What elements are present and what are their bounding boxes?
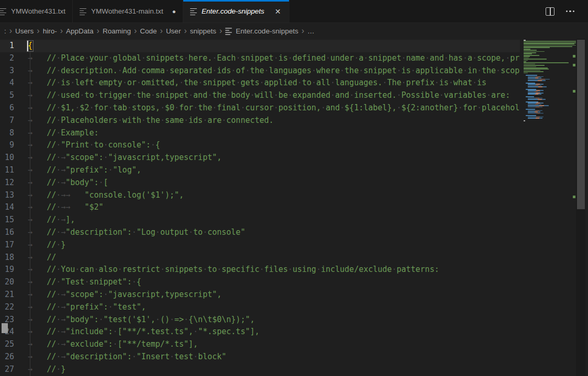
code-line-8[interactable]: 8→ //·Example: bbox=[0, 127, 520, 140]
code-line-2[interactable]: 2→ //·Place·your·global·snippets·here.·E… bbox=[0, 52, 520, 65]
line-number[interactable]: 25 bbox=[0, 338, 14, 351]
code-line-10[interactable]: 10→ //·→"scope":·"javascript,typescript"… bbox=[0, 152, 520, 164]
code-line-5[interactable]: 5→ //·used·to·trigger·the·snippet·and·th… bbox=[0, 89, 520, 102]
line-number[interactable]: 10 bbox=[0, 152, 14, 164]
tab-label: Enter.code-snippets bbox=[202, 7, 264, 15]
code-text: → //·} bbox=[14, 239, 520, 252]
minimap-row bbox=[524, 43, 576, 44]
file-lines-icon bbox=[80, 8, 87, 15]
breadcrumb-item-Code[interactable]: Code bbox=[140, 27, 157, 35]
file-lines-icon bbox=[225, 27, 232, 35]
split-editor-icon[interactable] bbox=[546, 7, 554, 16]
code-line-18[interactable]: 18→ // bbox=[0, 252, 520, 264]
modified-dot-icon[interactable]: ● bbox=[172, 8, 176, 15]
breadcrumb-item-AppData[interactable]: AppData bbox=[66, 27, 94, 35]
code-line-24[interactable]: 24→ //·→"include":·["**/*.test.ts",·"*.s… bbox=[0, 326, 520, 338]
code-line-12[interactable]: 12→ //·→"body":·[ bbox=[0, 177, 520, 189]
line-number[interactable]: 5 bbox=[0, 89, 14, 102]
breadcrumb-item-hiro[interactable]: hiro- bbox=[43, 27, 57, 35]
tab-bar: YMWother431.txtYMWother431-main.txt●Ente… bbox=[0, 0, 588, 23]
code-text: → //·Example: bbox=[14, 127, 520, 140]
code-line-20[interactable]: 20→ //·"Test·snippet":·{ bbox=[0, 276, 520, 289]
code-line-11[interactable]: 11→ //·→"prefix":·"log", bbox=[0, 164, 520, 177]
breadcrumb-item-[interactable]: … bbox=[307, 27, 315, 35]
code-text: → //·→"scope":·"javascript,typescript", bbox=[14, 289, 520, 301]
line-number[interactable]: 19 bbox=[0, 264, 14, 276]
code-line-7[interactable]: 7→ //·Placeholders·with·the·same·ids·are… bbox=[0, 115, 520, 127]
line-number[interactable]: 27 bbox=[0, 363, 14, 376]
code-text: → //·description.·Add·comma·separated·id… bbox=[14, 65, 520, 77]
breadcrumb-item-User[interactable]: User bbox=[166, 27, 181, 35]
code-line-27[interactable]: 27→ //·} bbox=[0, 363, 520, 376]
code-line-4[interactable]: 4→ //·is·left·empty·or·omitted,·the·snip… bbox=[0, 77, 520, 89]
minimap-row bbox=[524, 62, 576, 63]
code-line-17[interactable]: 17→ //·} bbox=[0, 239, 520, 252]
ellipsis-icon[interactable] bbox=[565, 8, 576, 15]
code-line-14[interactable]: 14→ //·→→ "$2" bbox=[0, 201, 520, 214]
code-line-22[interactable]: 22→ //·→"prefix":·"test", bbox=[0, 301, 520, 314]
breadcrumb-item-Entercodesnippets[interactable]: Enter.code-snippets bbox=[225, 27, 298, 35]
chevron-right-icon: › bbox=[97, 27, 99, 35]
code-text: → //·} bbox=[14, 363, 520, 376]
code-text: → //·Placeholders·with·the·same·ids·are·… bbox=[14, 115, 520, 127]
code-line-25[interactable]: 25→ //·→"exclude":·["**/temp/*.ts"], bbox=[0, 338, 520, 351]
line-number[interactable]: 17 bbox=[0, 239, 14, 252]
code-line-26[interactable]: 26→ //·→"description":·"Insert·test·bloc… bbox=[0, 351, 520, 363]
minimap-row bbox=[524, 41, 576, 42]
chevron-right-icon: › bbox=[9, 27, 12, 35]
line-number[interactable]: 22 bbox=[0, 301, 14, 314]
code-text: → //·→"scope":·"javascript,typescript", bbox=[14, 152, 520, 164]
breadcrumb-item-snippets[interactable]: snippets bbox=[190, 27, 216, 35]
code-line-21[interactable]: 21→ //·→"scope":·"javascript,typescript"… bbox=[0, 289, 520, 301]
minimap-row bbox=[524, 120, 576, 121]
breadcrumb-label: User bbox=[166, 27, 181, 35]
line-number[interactable]: 4 bbox=[0, 77, 14, 89]
indent-guide bbox=[30, 52, 30, 376]
breadcrumb-item-Roaming[interactable]: Roaming bbox=[103, 27, 131, 35]
code-text: → //·→"body":·[ bbox=[14, 177, 520, 189]
line-number[interactable]: 21 bbox=[0, 289, 14, 301]
scrollbar-thumb[interactable] bbox=[577, 40, 585, 209]
line-number[interactable]: 6 bbox=[0, 102, 14, 115]
breadcrumb-item-[interactable]: : bbox=[4, 27, 6, 35]
line-number[interactable]: 18 bbox=[0, 252, 14, 264]
breadcrumb-label: Enter.code-snippets bbox=[236, 27, 298, 35]
chevron-right-icon: › bbox=[60, 27, 63, 35]
line-number[interactable]: 20 bbox=[0, 276, 14, 289]
line-number[interactable]: 14 bbox=[0, 201, 14, 214]
code-text: → //·→→ "console.log('$1');", bbox=[14, 189, 520, 202]
tab-Enter.code-snippets[interactable]: Enter.code-snippets✕ bbox=[183, 0, 290, 22]
code-text: → //·"Test·snippet":·{ bbox=[14, 276, 520, 289]
code-line-13[interactable]: 13→ //·→→ "console.log('$1');", bbox=[0, 189, 520, 202]
line-number[interactable]: 3 bbox=[0, 65, 14, 77]
line-number[interactable]: 15 bbox=[0, 214, 14, 226]
code-area[interactable]: 1{2→ //·Place·your·global·snippets·here.… bbox=[0, 39, 520, 376]
line-number[interactable]: 2 bbox=[0, 52, 14, 65]
vertical-scrollbar[interactable] bbox=[576, 39, 585, 376]
code-line-19[interactable]: 19→ //·You·can·also·restrict·snippets·to… bbox=[0, 264, 520, 276]
code-line-9[interactable]: 9→ //·"Print·to·console":·{ bbox=[0, 139, 520, 152]
code-text: → //·→"prefix":·"log", bbox=[14, 164, 520, 177]
line-number[interactable]: 11 bbox=[0, 164, 14, 177]
line-number[interactable]: 7 bbox=[0, 115, 14, 127]
line-number[interactable]: 26 bbox=[0, 351, 14, 363]
line-number[interactable]: 8 bbox=[0, 127, 14, 140]
tab-YMWother431.txt[interactable]: YMWother431.txt bbox=[0, 0, 73, 22]
line-number[interactable]: 1 bbox=[0, 40, 14, 52]
minimap[interactable] bbox=[524, 40, 576, 376]
code-line-16[interactable]: 16→ //·→"description":·"Log·output·to·co… bbox=[0, 226, 520, 239]
code-line-6[interactable]: 6→ //·$1,·$2·for·tab·stops,·$0·for·the·f… bbox=[0, 102, 520, 115]
code-line-3[interactable]: 3→ //·description.·Add·comma·separated·i… bbox=[0, 65, 520, 77]
code-text: → //·→], bbox=[14, 214, 520, 226]
code-line-1[interactable]: 1{ bbox=[0, 40, 520, 52]
tab-YMWother431-main.txt[interactable]: YMWother431-main.txt● bbox=[73, 0, 183, 22]
breadcrumb-item-Users[interactable]: Users bbox=[15, 27, 34, 35]
code-line-15[interactable]: 15→ //·→], bbox=[0, 214, 520, 226]
line-number[interactable]: 16 bbox=[0, 226, 14, 239]
line-number[interactable]: 12 bbox=[0, 177, 14, 189]
line-number[interactable]: 13 bbox=[0, 189, 14, 202]
breadcrumb-label: AppData bbox=[66, 27, 94, 35]
line-number[interactable]: 9 bbox=[0, 139, 14, 152]
close-icon[interactable]: ✕ bbox=[273, 7, 283, 16]
code-line-23[interactable]: 23→ //·→"body":·"test('$1',·()·=>·{\n\t$… bbox=[0, 314, 520, 326]
